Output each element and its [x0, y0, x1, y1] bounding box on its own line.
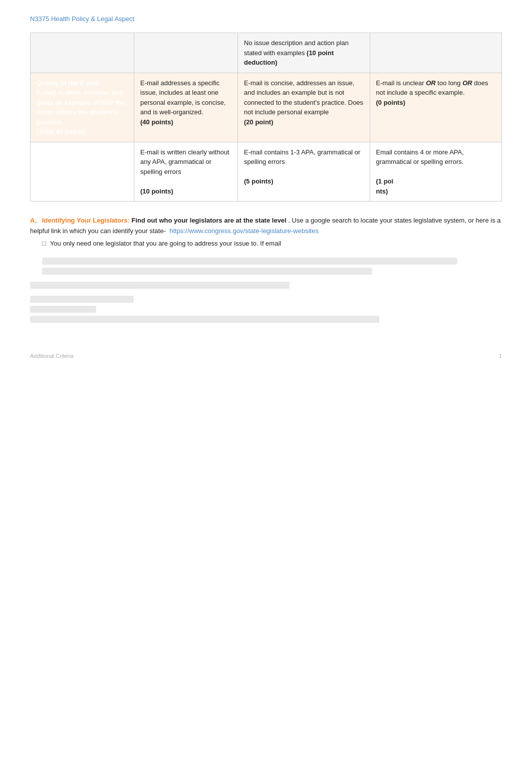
- rubric-header-cat: [31, 33, 134, 73]
- page-header: N3375 Health Policy & Legal Aspect: [30, 15, 502, 23]
- rubric-row-quality: Quality of the E-mail E-mail is clear, c…: [31, 73, 502, 142]
- item-a-link[interactable]: https://www.congress.gov/state-legislatu…: [169, 227, 319, 235]
- rubric-poor-writing: Email contains 4 or more APA, grammatica…: [370, 142, 502, 202]
- rubric-header-poor: [370, 33, 502, 73]
- rubric-category-quality: Quality of the E-mail E-mail is clear, c…: [31, 73, 134, 142]
- redacted-block-2: [30, 282, 502, 289]
- redacted-block-1: [30, 258, 502, 275]
- rubric-full-quality: E-mail addresses a specific issue, inclu…: [134, 73, 238, 142]
- footer-left-label: Additional Criteria: [30, 353, 74, 359]
- item-a-text: Find out who your legislators are at the…: [132, 217, 287, 224]
- rubric-partial-quality: E-mail is concise, addresses an issue, a…: [238, 73, 370, 142]
- rubric-row-writing: Professional Writing (Total 10 points) E…: [31, 142, 502, 202]
- rubric-poor-quality: E-mail is unclear OR too long OR does no…: [370, 73, 502, 142]
- item-a-bullet-container: □ You only need one legislator that you …: [42, 239, 502, 249]
- rubric-header-partial: No issue description and action plan sta…: [238, 33, 370, 73]
- footer: Additional Criteria 1: [30, 353, 502, 359]
- rubric-header-row: No issue description and action plan sta…: [31, 33, 502, 73]
- footer-page-number: 1: [499, 353, 502, 359]
- item-a-title: Identifying Your Legislators:: [42, 217, 130, 224]
- rubric-partial-writing: E-mail contains 1-3 APA, grammatical or …: [238, 142, 370, 202]
- rubric-table: No issue description and action plan sta…: [30, 33, 502, 202]
- redacted-block-3: [30, 296, 502, 323]
- item-a-label: A.: [30, 217, 37, 224]
- rubric-header-full: [134, 33, 238, 73]
- item-a-bullet-text: You only need one legislator that you ar…: [50, 239, 281, 249]
- instructions-section: A. Identifying Your Legislators: Find ou…: [30, 216, 502, 249]
- rubric-category-writing: Professional Writing (Total 10 points): [31, 142, 134, 202]
- bullet-icon: □: [42, 239, 46, 249]
- instruction-item-a: A. Identifying Your Legislators: Find ou…: [30, 216, 502, 237]
- rubric-full-writing: E-mail is written clearly without any AP…: [134, 142, 238, 202]
